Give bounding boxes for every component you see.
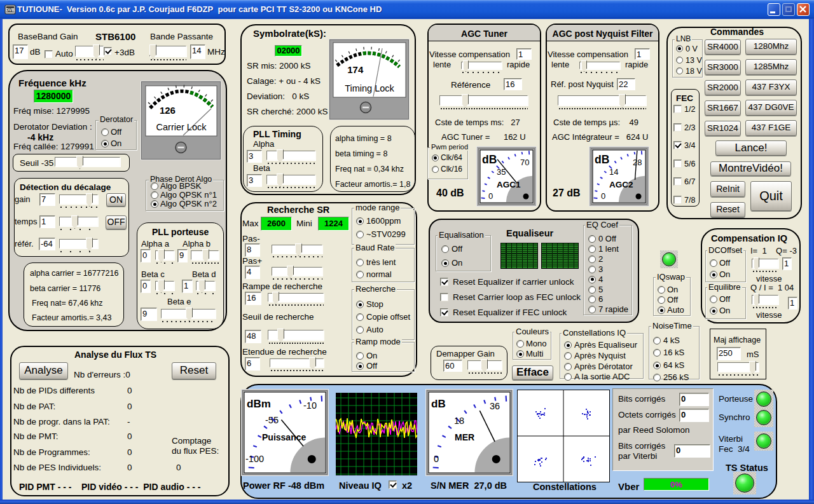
svg-text:DVB: DVB	[6, 8, 15, 12]
svg-text:28: 28	[633, 158, 642, 167]
svg-text:-55: -55	[265, 415, 279, 425]
svg-text:dB: dB	[482, 153, 497, 166]
svg-text:126: 126	[160, 105, 176, 116]
svg-text:174: 174	[347, 64, 364, 75]
svg-text:dBm: dBm	[247, 398, 271, 410]
svg-text:Carrier Lock: Carrier Lock	[156, 122, 207, 132]
svg-text:0: 0	[601, 191, 605, 201]
svg-text:AGC1: AGC1	[497, 180, 521, 189]
svg-text:18: 18	[454, 416, 464, 426]
svg-text:35: 35	[497, 167, 506, 177]
svg-text:Puissance: Puissance	[262, 432, 306, 442]
svg-text:0: 0	[488, 191, 493, 201]
svg-text:-10: -10	[303, 400, 317, 411]
svg-text:70: 70	[520, 158, 529, 167]
svg-text:AGC2: AGC2	[609, 180, 633, 189]
svg-text:14: 14	[609, 167, 618, 177]
svg-text:-100: -100	[245, 454, 264, 464]
svg-text:dB: dB	[595, 153, 609, 166]
svg-text:dB: dB	[431, 398, 446, 410]
svg-text:Timing Lock: Timing Lock	[345, 83, 394, 93]
svg-text:MER: MER	[455, 432, 474, 442]
svg-text:0: 0	[434, 454, 439, 464]
svg-text:36: 36	[490, 401, 500, 411]
